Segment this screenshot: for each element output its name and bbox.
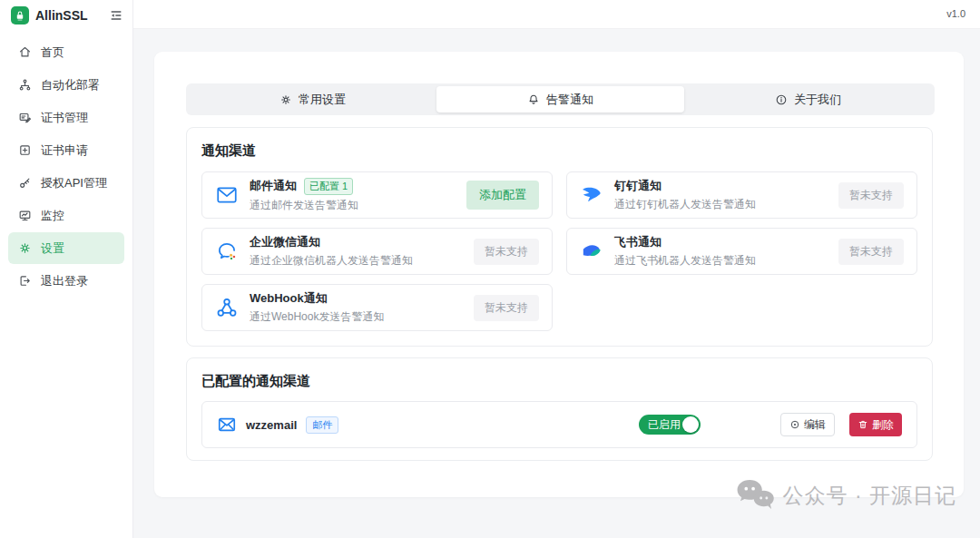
sidebar-item-label: 退出登录 [41, 273, 88, 289]
sidebar-item-cert-apply[interactable]: 证书申请 [8, 134, 124, 166]
watermark: 公众号 · 开源日记 [735, 479, 956, 513]
tab-alert-notifications[interactable]: 告警通知 [436, 86, 684, 112]
sidebar-item-label: 证书管理 [41, 110, 88, 126]
configured-channels-panel: 已配置的通知渠道 wzzemail 邮件 已启用 编辑 删除 [186, 357, 933, 461]
wecom-icon [215, 240, 239, 263]
watermark-text: 公众号 · 开源日记 [783, 482, 956, 510]
feishu-icon [580, 240, 603, 263]
channel-cards-grid: 邮件通知 已配置 1 通过邮件发送告警通知 添加配置 钉钉通知 通过钉钉机器人发… [201, 171, 917, 331]
not-supported-button: 暂未支持 [838, 182, 904, 209]
panel-title: 通知渠道 [201, 142, 917, 160]
sidebar-item-monitor[interactable]: 监控 [8, 200, 124, 231]
settings-icon [18, 241, 32, 255]
add-config-button[interactable]: 添加配置 [466, 181, 539, 210]
version-label: v1.0 [946, 8, 965, 19]
dingtalk-icon [580, 183, 603, 207]
channel-type-badge: 邮件 [306, 416, 338, 434]
cert-manage-icon [18, 111, 32, 124]
api-auth-icon [18, 176, 32, 190]
notification-channels-panel: 通知渠道 邮件通知 已配置 1 通过邮件发送告警通知 添加配置 [186, 127, 933, 347]
channel-desc: 通过邮件发送告警通知 [250, 198, 358, 213]
channel-title: 飞书通知 [614, 234, 662, 250]
sidebar-item-label: 授权API管理 [41, 175, 107, 191]
app-name: AllinSSL [35, 8, 88, 23]
channel-card-feishu: 飞书通知 通过飞书机器人发送告警通知 暂未支持 [566, 228, 917, 275]
sidebar-item-cert-manage[interactable]: 证书管理 [8, 102, 124, 133]
sidebar-item-label: 证书申请 [41, 142, 88, 159]
sidebar-collapse-icon[interactable] [109, 8, 123, 23]
wechat-icon [735, 479, 777, 513]
channel-card-webhook: WebHook通知 通过WebHook发送告警通知 暂未支持 [201, 284, 553, 331]
logo-row: AllinSSL [0, 0, 132, 30]
channel-desc: 通过WebHook发送告警通知 [250, 309, 384, 325]
channel-card-wecom: 企业微信通知 通过企业微信机器人发送告警通知 暂未支持 [201, 228, 553, 275]
grid-spacer [566, 284, 917, 331]
sidebar-item-home[interactable]: 首页 [8, 36, 124, 68]
toggle-label: 已启用 [648, 417, 681, 433]
toggle-knob [682, 416, 699, 433]
sidebar: AllinSSL 首页 自动化部署 证书管理 证书申请 授权API管理 监控 [0, 0, 133, 538]
panel-title: 已配置的通知渠道 [201, 373, 917, 390]
sidebar-item-settings[interactable]: 设置 [8, 232, 124, 264]
tab-about-us[interactable]: 关于我们 [684, 86, 932, 112]
channel-title: 企业微信通知 [250, 234, 320, 250]
sidebar-item-label: 首页 [41, 44, 64, 61]
top-header: v1.0 [133, 0, 980, 29]
sidebar-item-label: 监控 [41, 208, 64, 224]
sidebar-item-auto-deploy[interactable]: 自动化部署 [8, 69, 124, 101]
monitor-icon [18, 209, 32, 222]
gear-icon [279, 93, 292, 106]
sidebar-item-logout[interactable]: 退出登录 [8, 265, 124, 297]
sidebar-item-label: 自动化部署 [41, 77, 100, 93]
trash-icon [858, 419, 868, 430]
enabled-toggle[interactable]: 已启用 [639, 415, 701, 435]
deploy-icon [18, 78, 32, 92]
logout-icon [18, 274, 32, 288]
email-icon [217, 415, 237, 435]
configured-count-badge: 已配置 1 [304, 178, 353, 195]
channel-desc: 通过飞书机器人发送告警通知 [614, 253, 756, 269]
channel-title: 钉钉通知 [614, 178, 662, 194]
settings-tabbar: 常用设置 告警通知 关于我们 [186, 83, 935, 115]
email-icon [215, 183, 239, 207]
configured-channel-row: wzzemail 邮件 已启用 编辑 删除 [201, 401, 917, 448]
app-logo-lock-icon [11, 6, 29, 24]
bell-icon [527, 93, 540, 106]
sidebar-item-label: 设置 [41, 240, 64, 257]
sidebar-item-api-auth[interactable]: 授权API管理 [8, 167, 124, 199]
info-icon [775, 93, 788, 106]
edit-button[interactable]: 编辑 [780, 413, 835, 436]
tab-label: 关于我们 [794, 92, 841, 108]
edit-icon [789, 419, 800, 430]
config-name: wzzemail [246, 418, 297, 432]
sidebar-menu: 首页 自动化部署 证书管理 证书申请 授权API管理 监控 设置 退出登录 [0, 30, 132, 303]
channel-title: 邮件通知 [250, 178, 297, 194]
tab-label: 常用设置 [299, 92, 346, 108]
settings-page-card: 常用设置 告警通知 关于我们 通知渠道 邮件通知 已配置 1 [154, 52, 964, 497]
channel-card-dingtalk: 钉钉通知 通过钉钉机器人发送告警通知 暂未支持 [566, 171, 917, 219]
channel-card-email: 邮件通知 已配置 1 通过邮件发送告警通知 添加配置 [201, 171, 553, 219]
channel-desc: 通过钉钉机器人发送告警通知 [614, 197, 756, 212]
not-supported-button: 暂未支持 [838, 239, 904, 265]
channel-desc: 通过企业微信机器人发送告警通知 [250, 253, 413, 269]
cert-apply-icon [18, 143, 32, 157]
not-supported-button: 暂未支持 [474, 295, 539, 321]
home-icon [18, 45, 32, 59]
webhook-icon [215, 296, 239, 319]
delete-button[interactable]: 删除 [849, 413, 902, 436]
channel-title: WebHook通知 [250, 290, 328, 307]
tab-label: 告警通知 [546, 92, 593, 108]
not-supported-button: 暂未支持 [474, 239, 539, 265]
tab-common-settings[interactable]: 常用设置 [189, 86, 436, 112]
